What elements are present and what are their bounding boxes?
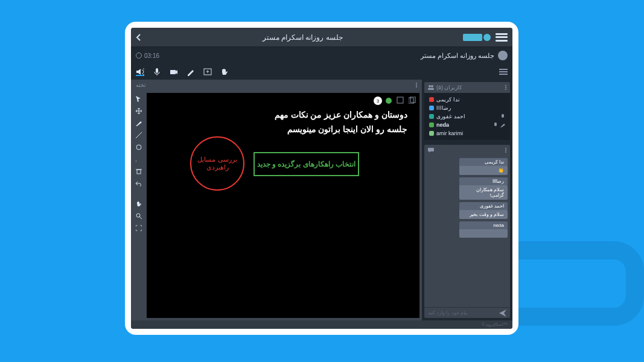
badge-count: 3: [374, 97, 382, 105]
svg-point-1: [483, 34, 491, 41]
chat-input[interactable]: پیام خود را وارد کنید: [428, 310, 467, 316]
user-status-icon: [429, 97, 434, 102]
side-panel: کاربران (۵) ندا کریمی رضاااا احمد غفوری …: [422, 64, 512, 320]
menu-button[interactable]: [496, 33, 508, 42]
users-list: ندا کریمی رضاااا احمد غفوری neda amir ka…: [424, 93, 510, 140]
svg-rect-6: [494, 122, 497, 126]
board-header: تخته: [131, 80, 422, 91]
whiteboard-circle: بررسی مسایل راهبردی: [190, 136, 244, 191]
svg-rect-4: [428, 88, 434, 90]
send-button[interactable]: [499, 310, 506, 317]
whiteboard-text: دوستان و همکاران عزیز من نکات مهم: [147, 110, 407, 119]
chat-options-button[interactable]: [505, 148, 506, 153]
text-tool[interactable]: A: [135, 156, 142, 163]
session-title: جلسه روزانه اسکرام مستر: [421, 52, 494, 60]
chat-input-area: پیام خود را وارد کنید: [424, 307, 510, 318]
user-status-icon: [429, 114, 434, 119]
undo-tool[interactable]: [135, 180, 142, 187]
chat-message: رضاااا سلام همکاران گرامی!: [427, 177, 508, 200]
main-panel: تخته 3 دوستان و همکاران عزیز من نکات مهم…: [131, 64, 422, 320]
circle-tool[interactable]: [135, 144, 142, 151]
svg-line-14: [136, 132, 142, 138]
line-tool[interactable]: [135, 132, 142, 139]
pen-icon: [500, 122, 505, 127]
user-status-icon: [429, 106, 434, 110]
erase-tool[interactable]: [135, 168, 142, 175]
pointer-tool[interactable]: [135, 95, 142, 103]
session-timer: 03:16: [136, 52, 159, 59]
fullscreen-tool[interactable]: [135, 224, 142, 232]
user-status-icon: [429, 131, 434, 136]
copy-button[interactable]: [407, 97, 416, 105]
svg-point-2: [429, 85, 431, 87]
subheader: جلسه روزانه اسکرام مستر 03:16: [131, 47, 512, 64]
svg-point-15: [136, 145, 141, 150]
user-row[interactable]: رضاااا: [427, 104, 508, 112]
move-tool[interactable]: [135, 107, 142, 115]
board-options-button[interactable]: [416, 83, 417, 87]
media-toolbar: [131, 64, 422, 80]
share-screen-button[interactable]: [203, 68, 212, 76]
user-row[interactable]: neda: [427, 121, 508, 129]
status-indicator-icon: [386, 98, 392, 104]
users-icon: [428, 85, 434, 90]
chat-message: ندا کریمی 👏: [427, 158, 508, 175]
draw-tool[interactable]: [135, 119, 142, 127]
svg-rect-7: [428, 148, 434, 151]
users-options-button[interactable]: [505, 85, 506, 90]
user-avatar[interactable]: [498, 51, 508, 60]
svg-line-20: [139, 217, 142, 219]
hand-raise-button[interactable]: [220, 68, 229, 76]
tablet-frame: جلسه روزانه اسکرام مستر جلسه روزانه اسکر…: [125, 22, 518, 335]
clock-icon: [136, 52, 142, 59]
page-title: جلسه روزانه اسکرام مستر: [263, 33, 343, 42]
layers-button[interactable]: [395, 97, 404, 105]
speaker-button[interactable]: [136, 68, 144, 76]
chat-message: neda: [427, 221, 508, 238]
users-count-label: کاربران (۵): [436, 84, 462, 91]
back-button[interactable]: [136, 33, 142, 42]
svg-rect-13: [397, 97, 403, 103]
board-label: تخته: [136, 82, 146, 88]
mic-button[interactable]: [153, 68, 161, 76]
svg-rect-0: [463, 34, 482, 41]
whiteboard[interactable]: 3 دوستان و همکاران عزیز من نکات مهم جلسه…: [147, 93, 419, 318]
pen-tool-button[interactable]: [187, 68, 195, 76]
copyright-text: © اسکای‌روم™: [482, 322, 508, 327]
svg-rect-17: [137, 170, 141, 174]
svg-rect-9: [170, 70, 176, 74]
whiteboard-rect: انتخاب راهکارهای برگزیده و جدید: [253, 152, 359, 176]
user-row[interactable]: احمد غفوری: [427, 112, 508, 121]
svg-text:A: A: [136, 156, 136, 162]
whiteboard-text: جلسه رو الان اینجا براتون مینویسم: [147, 124, 407, 134]
zoom-tool[interactable]: [135, 212, 142, 220]
app-window: جلسه روزانه اسکرام مستر جلسه روزانه اسکر…: [131, 28, 512, 329]
chat-icon: [428, 148, 434, 153]
svg-point-3: [431, 85, 433, 87]
svg-rect-5: [502, 114, 504, 118]
user-row[interactable]: amir karimi: [427, 129, 508, 138]
camera-button[interactable]: [170, 68, 178, 76]
app-header: جلسه روزانه اسکرام مستر: [131, 28, 512, 47]
chat-message: احمد غفوری سلام و وقت بخیر: [427, 202, 508, 219]
app-logo: [463, 33, 493, 42]
chat-panel: ندا کریمی 👏 رضاااا سلام همکاران گرامی! ا…: [424, 145, 510, 318]
pan-tool[interactable]: [135, 200, 142, 208]
users-panel: کاربران (۵) ندا کریمی رضاااا احمد غفوری …: [424, 82, 510, 140]
svg-rect-10: [156, 68, 158, 73]
mic-icon: [493, 122, 498, 127]
user-row[interactable]: ندا کریمی: [427, 95, 508, 104]
user-status-icon: [429, 122, 434, 127]
mic-icon: [500, 114, 505, 119]
side-menu-button[interactable]: [499, 69, 508, 75]
footer: © اسکای‌روم™: [131, 320, 512, 329]
tools-sidebar: A: [133, 93, 144, 318]
chat-messages: ندا کریمی 👏 رضاااا سلام همکاران گرامی! ا…: [424, 156, 510, 307]
